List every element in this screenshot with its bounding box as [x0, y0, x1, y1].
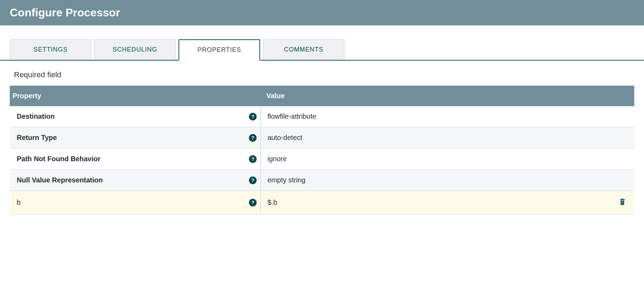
column-header-property: Property [10, 86, 260, 106]
column-header-actions [611, 86, 634, 106]
property-value: ignore [267, 155, 287, 163]
table-row[interactable]: Return Type ? auto-detect [10, 127, 634, 149]
property-name: Null Value Representation [17, 176, 249, 184]
actions-cell [611, 191, 634, 214]
actions-cell [611, 106, 634, 127]
value-cell[interactable]: auto-detect [260, 127, 611, 148]
property-name: b [17, 198, 249, 206]
tabs-container: SETTINGS SCHEDULING PROPERTIES COMMENTS [0, 25, 644, 61]
property-value: auto-detect [267, 134, 302, 142]
tab-comments[interactable]: COMMENTS [263, 39, 344, 60]
tab-properties[interactable]: PROPERTIES [179, 39, 260, 61]
property-name: Destination [17, 112, 249, 120]
property-value: empty string [267, 176, 305, 184]
table-body: Destination ? flowfile-attribute Return … [10, 106, 634, 214]
actions-cell [611, 127, 634, 148]
property-cell: Return Type ? [10, 127, 260, 148]
properties-table: Property Value Destination ? flowfile-at… [10, 86, 634, 214]
value-cell[interactable]: ignore [260, 149, 611, 169]
actions-cell [611, 149, 634, 169]
trash-icon[interactable] [619, 197, 626, 207]
help-icon[interactable]: ? [249, 177, 257, 184]
property-cell: Null Value Representation ? [10, 170, 260, 190]
column-header-value: Value [260, 86, 611, 106]
property-value: flowfile-attribute [267, 112, 316, 120]
table-row[interactable]: Null Value Representation ? empty string [10, 170, 634, 191]
help-icon[interactable]: ? [249, 199, 257, 206]
property-name: Return Type [17, 134, 249, 142]
help-icon[interactable]: ? [249, 134, 257, 142]
table-row[interactable]: b ? $.b [10, 191, 634, 214]
help-icon[interactable]: ? [249, 113, 257, 120]
table-header: Property Value [10, 86, 634, 106]
actions-cell [611, 170, 634, 190]
table-row[interactable]: Path Not Found Behavior ? ignore [10, 149, 634, 170]
value-cell[interactable]: flowfile-attribute [260, 106, 611, 127]
value-cell[interactable]: $.b [260, 191, 611, 214]
property-value: $.b [267, 198, 277, 206]
tab-settings[interactable]: SETTINGS [10, 39, 91, 60]
tab-scheduling[interactable]: SCHEDULING [94, 39, 176, 60]
help-icon[interactable]: ? [249, 155, 257, 163]
dialog-header: Configure Processor [0, 0, 644, 25]
table-row[interactable]: Destination ? flowfile-attribute [10, 106, 634, 127]
property-cell: b ? [10, 191, 260, 214]
property-cell: Destination ? [10, 106, 260, 127]
dialog-content: SETTINGS SCHEDULING PROPERTIES COMMENTS … [0, 25, 644, 214]
dialog-title: Configure Processor [10, 6, 634, 19]
value-cell[interactable]: empty string [260, 170, 611, 190]
property-name: Path Not Found Behavior [17, 155, 249, 163]
required-field-label: Required field [0, 61, 644, 86]
property-cell: Path Not Found Behavior ? [10, 149, 260, 169]
